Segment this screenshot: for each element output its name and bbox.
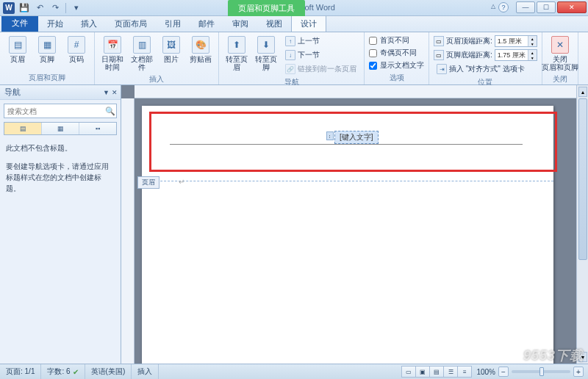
prev-icon: ↑	[285, 36, 295, 46]
scroll-thumb[interactable]	[578, 98, 587, 260]
view-web[interactable]: ▤	[429, 366, 444, 378]
footer-button[interactable]: ▦页脚	[34, 35, 60, 65]
redo-icon[interactable]: ↷	[49, 2, 62, 14]
nav-search-input[interactable]	[4, 107, 104, 115]
scroll-up-icon[interactable]: ▲	[578, 87, 587, 97]
view-outline[interactable]: ☰	[443, 366, 458, 378]
zoom-slider[interactable]	[512, 370, 570, 373]
footer-icon: ▦	[38, 36, 56, 54]
view-draft[interactable]: ≡	[457, 366, 472, 378]
group-insert: 📅日期和时间 ▥文档部件 🖼图片 🎨剪贴画 插入	[95, 32, 219, 84]
save-icon[interactable]: 💾	[18, 2, 31, 14]
nav-tab-pages[interactable]: ▦	[42, 123, 79, 134]
datetime-button[interactable]: 📅日期和时间	[99, 35, 126, 73]
group-options: 首页不同 奇偶页不同 显示文档文字 选项	[365, 32, 429, 84]
picture-button[interactable]: 🖼图片	[158, 35, 184, 65]
vertical-ruler[interactable]	[121, 98, 135, 364]
tab-layout[interactable]: 页面布局	[106, 15, 156, 32]
group-navigation: ⬆转至页眉 ⬇转至页脚 ↑上一节 ↓下一节 🔗链接到前一条页眉 导航	[219, 32, 365, 84]
tab-file[interactable]: 文件	[1, 15, 38, 32]
status-page[interactable]: 页面: 1/1	[0, 364, 41, 379]
ribbon-minimize-icon[interactable]: △	[491, 3, 495, 10]
close-header-footer-button[interactable]: ✕关闭 页眉和页脚	[547, 35, 573, 73]
clipart-button[interactable]: 🎨剪贴画	[187, 35, 214, 65]
spin-down-icon[interactable]: ▼	[528, 55, 537, 60]
tab-review[interactable]: 审阅	[223, 15, 257, 32]
bottom-distance-icon: ▭	[434, 50, 444, 60]
group-header-footer: ▤页眉 ▦页脚 #页码 页眉和页脚	[0, 32, 95, 84]
qat-separator	[65, 3, 66, 13]
paragraph-mark-icon: ↵	[179, 178, 184, 186]
spin-up-icon[interactable]: ▲	[528, 36, 537, 41]
nav-message: 此文档不包含标题。 要创建导航选项卡，请通过应用标题样式在您的文档中创建标题。	[6, 142, 115, 201]
goto-header-icon: ⬆	[228, 36, 245, 54]
help-button[interactable]: ?	[498, 2, 509, 12]
tab-references[interactable]: 引用	[156, 15, 190, 32]
zoom-out-button[interactable]: −	[498, 367, 509, 377]
group-label: 关闭	[547, 73, 573, 86]
zoom-in-button[interactable]: +	[573, 367, 584, 377]
vertical-scrollbar[interactable]: ▲ ▼	[576, 85, 588, 364]
calendar-icon: 📅	[104, 36, 121, 54]
view-buttons: ▭ ▣ ▤ ☰ ≡	[402, 366, 472, 378]
word-app-icon: W	[3, 2, 15, 14]
goto-footer-icon: ⬇	[257, 36, 275, 54]
zoom-level[interactable]: 100%	[476, 368, 495, 376]
nav-title: 导航	[4, 87, 21, 98]
ribbon: ▤页眉 ▦页脚 #页码 页眉和页脚 📅日期和时间 ▥文档部件 🖼图片 🎨剪贴画 …	[0, 32, 588, 85]
tab-insert[interactable]: 插入	[72, 15, 106, 32]
workspace: 导航 ▼✕ 🔍 ▤ ▦ ▪▪ 此文档不包含标题。 要创建导航选项卡，请通过应用标…	[0, 85, 588, 364]
different-first-checkbox[interactable]: 首页不同	[369, 35, 424, 46]
show-doc-text-checkbox[interactable]: 显示文档文字	[369, 59, 424, 71]
view-fullscreen[interactable]: ▣	[415, 366, 430, 378]
horizontal-ruler[interactable]	[135, 85, 576, 98]
zoom-slider-handle[interactable]	[539, 367, 544, 376]
goto-header-button[interactable]: ⬆转至页眉	[223, 35, 250, 73]
nav-tab-results[interactable]: ▪▪	[79, 123, 116, 134]
header-top-spinner[interactable]: 1.5 厘米▲▼	[495, 35, 537, 47]
tab-design[interactable]: 设计	[291, 15, 326, 32]
view-print-layout[interactable]: ▭	[401, 366, 416, 378]
goto-footer-button[interactable]: ⬇转至页脚	[253, 35, 279, 73]
doc-parts-button[interactable]: ▥文档部件	[129, 35, 155, 73]
ribbon-tabs: 文件 开始 插入 页面布局 引用 邮件 审阅 视图 设计	[0, 16, 588, 32]
footer-bottom-distance: ▭ 页脚底端距离: 1.75 厘米▲▼	[434, 48, 537, 62]
next-section-button[interactable]: ↓下一节	[282, 48, 359, 62]
nav-tab-headings[interactable]: ▤	[4, 123, 42, 134]
tab-view[interactable]: 视图	[257, 15, 291, 32]
footer-bottom-spinner[interactable]: 1.75 厘米▲▼	[495, 49, 537, 61]
tab-mailings[interactable]: 邮件	[190, 15, 223, 32]
prev-section-button[interactable]: ↑上一节	[282, 35, 359, 48]
status-insert-mode[interactable]: 插入	[132, 364, 159, 379]
tab-home[interactable]: 开始	[38, 15, 72, 32]
undo-icon[interactable]: ↶	[33, 2, 46, 14]
header-top-distance: ▭ 页眉顶端距离: 1.5 厘米▲▼	[434, 35, 537, 48]
status-word-count[interactable]: 字数: 6✔	[41, 364, 85, 379]
group-label: 页眉和页脚	[4, 71, 90, 84]
minimize-button[interactable]: —	[516, 1, 535, 13]
qat-customize-icon[interactable]: ▾	[70, 2, 83, 14]
header-button[interactable]: ▤页眉	[4, 35, 31, 65]
status-language[interactable]: 英语(美国)	[85, 364, 132, 379]
spin-up-icon[interactable]: ▲	[528, 50, 537, 55]
page-number-button[interactable]: #页码	[63, 35, 90, 65]
different-odd-even-checkbox[interactable]: 奇偶页不同	[369, 47, 424, 59]
group-label: 选项	[369, 71, 424, 84]
header-icon: ▤	[9, 36, 26, 54]
spin-down-icon[interactable]: ▼	[528, 41, 537, 46]
close-button[interactable]: ✕	[557, 1, 587, 13]
parts-icon: ▥	[133, 36, 151, 54]
nav-view-tabs: ▤ ▦ ▪▪	[4, 122, 117, 135]
page-number-icon: #	[68, 36, 85, 54]
nav-close-icon[interactable]: ✕	[112, 89, 118, 96]
search-icon[interactable]: 🔍	[104, 107, 116, 116]
nav-dropdown-icon[interactable]: ▼	[103, 89, 110, 96]
close-icon: ✕	[551, 36, 569, 54]
navigation-pane: 导航 ▼✕ 🔍 ▤ ▦ ▪▪ 此文档不包含标题。 要创建导航选项卡，请通过应用标…	[0, 85, 121, 364]
header-section-tag: 页眉	[137, 176, 159, 189]
insert-align-tab-button[interactable]: ⇥插入 "对齐方式" 选项卡	[434, 62, 537, 76]
link-previous-button[interactable]: 🔗链接到前一条页眉	[282, 62, 359, 76]
nav-search-box[interactable]: 🔍	[4, 104, 117, 118]
quick-access-toolbar: 💾 ↶ ↷ ▾	[18, 2, 83, 14]
maximize-button[interactable]: ☐	[537, 1, 556, 13]
